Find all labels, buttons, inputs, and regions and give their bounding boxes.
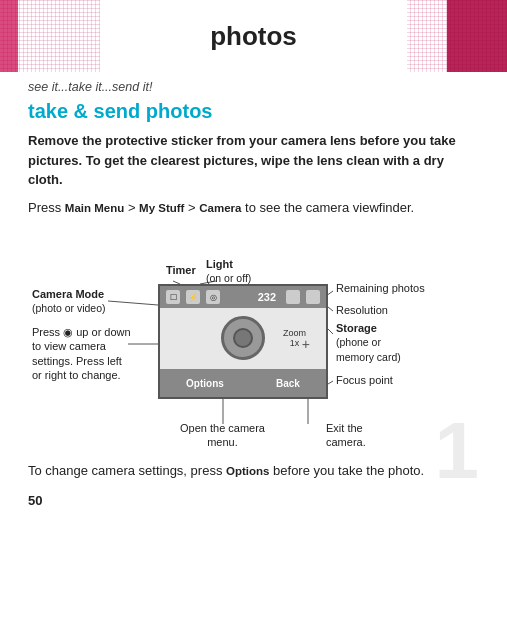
page-title: photos [0, 21, 507, 52]
viewfinder-top-bar: ☐ ⚡ ◎ 232 [160, 286, 326, 308]
viewfinder-body: + Zoom1x [160, 308, 326, 367]
subtitle: see it...take it...send it! [28, 80, 479, 94]
camera-diagram: Camera Mode (photo or video) Press ◉ up … [28, 229, 479, 449]
vf-icon-camera: ☐ [166, 290, 180, 304]
label-nav: Press ◉ up or down to view camera settin… [32, 325, 132, 382]
intro-text: Remove the protective sticker from your … [28, 131, 479, 190]
vf-icon-storage [286, 290, 300, 304]
zoom-label: Zoom1x [283, 328, 306, 348]
back-button[interactable]: Back [276, 378, 300, 389]
vf-icon-flash: ⚡ [186, 290, 200, 304]
svg-line-6 [328, 381, 333, 384]
section-heading: take & send photos [28, 100, 479, 123]
label-remaining: Remaining photos [336, 281, 425, 295]
label-exit-camera: Exit thecamera. [326, 421, 366, 450]
label-storage: Storage (phone ormemory card) [336, 321, 401, 365]
bottom-instruction: To change camera settings, press Options… [28, 461, 479, 481]
nav-circle [221, 316, 265, 360]
options-button[interactable]: Options [186, 378, 224, 389]
viewfinder-bottom-bar: Options Back [160, 369, 326, 397]
page-number: 50 [28, 493, 479, 508]
label-open-menu: Open the cameramenu. [180, 421, 265, 450]
vf-icon-res [306, 290, 320, 304]
vf-icon-timer: ◎ [206, 290, 220, 304]
options-inline: Options [226, 465, 269, 477]
vf-photo-count: 232 [258, 291, 276, 303]
label-camera-mode: Camera Mode (photo or video) [32, 287, 106, 316]
menu-camera: Camera [199, 202, 241, 214]
label-light: Light (on or off) [206, 257, 251, 286]
svg-line-5 [328, 329, 333, 334]
svg-line-0 [108, 301, 158, 305]
content-area: see it...take it...send it! take & send … [0, 72, 507, 524]
svg-line-4 [328, 307, 333, 311]
label-timer: Timer [166, 263, 196, 277]
press-instruction: Press Main Menu > My Stuff > Camera to s… [28, 198, 479, 218]
label-resolution: Resolution [336, 303, 388, 317]
label-focus: Focus point [336, 373, 393, 387]
viewfinder: ☐ ⚡ ◎ 232 + Zoom1x Options Back [158, 284, 328, 399]
menu-mystuff: My Stuff [139, 202, 184, 214]
header: photos [0, 0, 507, 72]
menu-main: Main Menu [65, 202, 124, 214]
